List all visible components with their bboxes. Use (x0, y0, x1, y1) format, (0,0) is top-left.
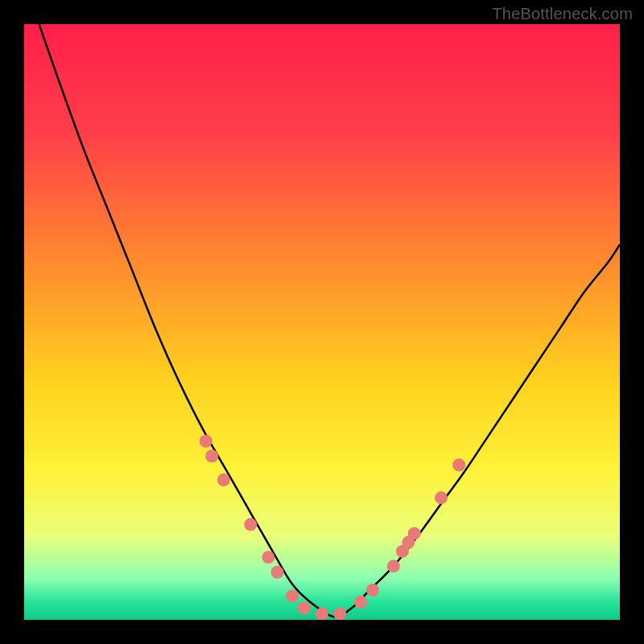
data-marker (262, 551, 275, 564)
data-marker (271, 566, 284, 579)
data-marker (316, 608, 328, 620)
watermark-text: TheBottleneck.com (492, 5, 633, 23)
gradient-background (24, 24, 620, 620)
data-marker (354, 596, 367, 609)
data-marker (200, 435, 213, 448)
chart-frame: TheBottleneck.com (0, 0, 644, 644)
data-marker (333, 608, 346, 620)
data-marker (205, 450, 218, 463)
data-marker (244, 518, 257, 531)
data-marker (408, 527, 421, 540)
plot-area (24, 24, 620, 620)
data-marker (298, 601, 311, 614)
data-marker (435, 491, 448, 504)
data-marker (366, 584, 379, 597)
data-marker (217, 473, 230, 486)
data-marker (387, 559, 400, 572)
plot-svg (24, 24, 620, 620)
data-marker (452, 459, 465, 472)
data-marker (286, 589, 299, 602)
